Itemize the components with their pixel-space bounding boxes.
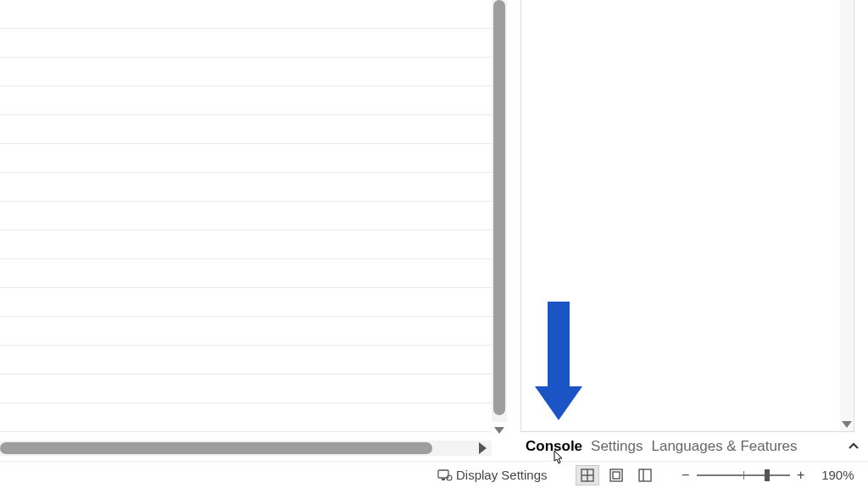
zoom-level[interactable]: 190% xyxy=(814,468,854,482)
spreadsheet-row[interactable] xyxy=(0,173,492,202)
spreadsheet-row[interactable] xyxy=(0,317,492,346)
zoom-out-button[interactable]: − xyxy=(678,468,693,483)
svg-rect-1 xyxy=(442,479,445,480)
view-normal-button[interactable] xyxy=(576,465,599,485)
scroll-down-icon[interactable] xyxy=(842,421,852,428)
slider-thumb[interactable] xyxy=(765,469,770,481)
view-page-break-button[interactable] xyxy=(633,465,657,485)
scrollbar-thumb[interactable] xyxy=(0,442,432,454)
expand-panel-button[interactable] xyxy=(846,439,861,454)
spreadsheet-row[interactable] xyxy=(0,259,492,288)
zoom-in-button[interactable]: + xyxy=(793,468,809,483)
tab-console[interactable]: Console xyxy=(526,438,582,455)
display-settings-icon xyxy=(437,469,453,481)
vertical-scrollbar[interactable] xyxy=(840,0,854,431)
page-layout-icon xyxy=(609,468,624,483)
spreadsheet-row[interactable] xyxy=(0,144,492,173)
spreadsheet-row[interactable] xyxy=(0,403,492,432)
spreadsheet-row[interactable] xyxy=(0,288,492,317)
tab-languages-features[interactable]: Languages & Features xyxy=(652,438,798,455)
spreadsheet-row[interactable] xyxy=(0,29,492,58)
zoom-slider[interactable] xyxy=(697,467,790,484)
svg-rect-7 xyxy=(613,472,620,479)
status-bar: Display Settings − + 190% xyxy=(0,461,868,488)
svg-rect-8 xyxy=(639,469,651,481)
slider-tick xyxy=(743,471,744,480)
spreadsheet-row[interactable] xyxy=(0,58,492,86)
horizontal-scrollbar[interactable] xyxy=(0,441,492,456)
scroll-down-icon[interactable] xyxy=(494,427,504,434)
vertical-scrollbar[interactable] xyxy=(492,0,507,422)
spreadsheet-row[interactable] xyxy=(0,346,492,374)
spreadsheet-row[interactable] xyxy=(0,0,492,29)
annotation-arrow-icon xyxy=(539,302,578,420)
spreadsheet-row[interactable] xyxy=(0,86,492,115)
side-panel-tabs: Console Settings Languages & Features xyxy=(520,435,861,458)
svg-rect-6 xyxy=(610,469,622,481)
grid-icon xyxy=(580,468,595,483)
spreadsheet-grid[interactable] xyxy=(0,0,492,432)
view-page-layout-button[interactable] xyxy=(604,465,628,485)
scroll-right-icon[interactable] xyxy=(479,442,487,454)
spreadsheet-row[interactable] xyxy=(0,202,492,230)
spreadsheet-row[interactable] xyxy=(0,374,492,403)
display-settings-button[interactable]: Display Settings xyxy=(456,468,548,482)
tab-settings[interactable]: Settings xyxy=(591,438,643,455)
chevron-up-icon xyxy=(848,441,860,452)
page-break-icon xyxy=(637,468,653,483)
spreadsheet-row[interactable] xyxy=(0,230,492,259)
spreadsheet-row[interactable] xyxy=(0,115,492,144)
pane-divider xyxy=(507,0,519,458)
scrollbar-thumb[interactable] xyxy=(493,0,505,415)
